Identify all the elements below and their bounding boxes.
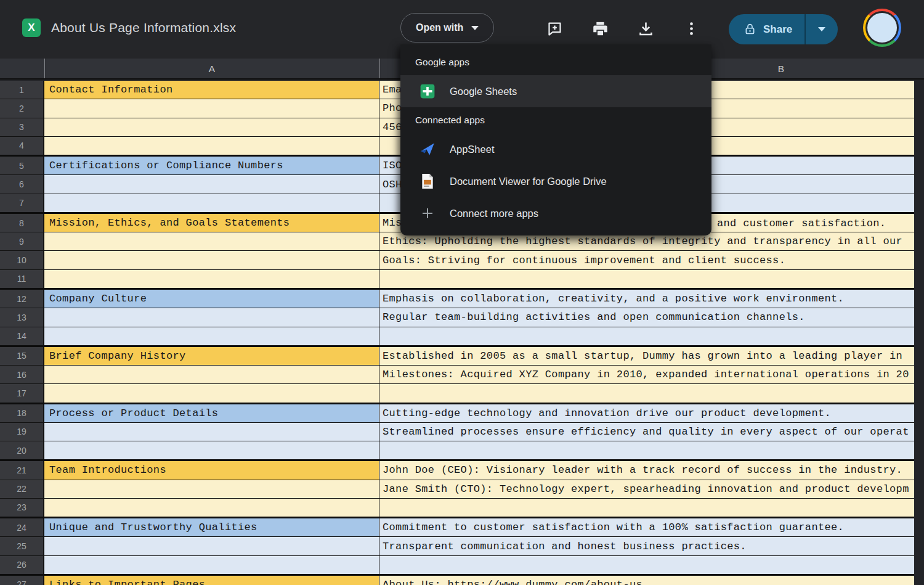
share-button-group: Share [729,14,838,44]
cell-b: Cutting-edge technology and innovation d… [379,404,914,422]
cell-a [44,251,379,269]
cell-a: Mission, Ethics, and Goals Statements [44,214,379,232]
kebab-menu-icon [683,20,700,37]
row-number: 10 [0,251,44,269]
cell-a [44,137,379,155]
cell-b [379,270,914,288]
file-title: About Us Page Information.xlsx [51,20,236,35]
row-number: 18 [0,404,44,422]
table-row: 22Jane Smith (CTO): Technology expert, s… [0,480,914,499]
chevron-down-icon [818,27,825,31]
row-number: 19 [0,423,44,441]
download-button[interactable] [632,12,659,44]
cell-a [44,480,379,498]
more-options-button[interactable] [678,12,705,44]
cell-a [44,499,379,517]
table-row: 24Unique and Trustworthy QualitiesCommit… [0,518,914,537]
row-number: 23 [0,499,44,517]
menu-item-document-viewer[interactable]: Document Viewer for Google Drive [400,165,711,197]
row-number: 6 [0,175,44,193]
document-icon [415,173,440,189]
cell-a: Team Introductions [44,461,379,479]
table-row: 10Goals: Striving for continuous improve… [0,251,914,269]
cell-b: Regular team-building activities and ope… [379,308,914,326]
xlsx-file-icon: X [22,18,41,37]
row-number: 7 [0,194,44,212]
cell-b [379,327,914,345]
table-row: 17 [0,384,914,404]
menu-section-label-google-apps: Google apps [400,49,711,75]
cell-b-fragment: and customer satisfaction. [717,217,886,229]
table-row: 23 [0,499,914,518]
cell-b [379,441,914,459]
menu-item-connect-more-apps[interactable]: Connect more apps [400,197,711,229]
row-number: 17 [0,384,44,402]
appsheet-icon [415,141,440,157]
toolbar [541,12,705,44]
row-number: 15 [0,347,44,365]
row-number: 5 [0,157,44,174]
table-row: 12Company CultureEmphasis on collaborati… [0,290,914,308]
cell-b: Commitment to customer satisfaction with… [379,518,914,536]
cell-a [44,118,379,136]
print-button[interactable] [586,12,614,44]
table-row: 27Links to Important PagesAbout Us: http… [0,576,914,585]
share-button[interactable]: Share [729,14,804,44]
row-number: 4 [0,137,44,155]
column-header-a: A [44,59,379,80]
open-with-label: Open with [416,22,463,33]
download-icon [638,20,654,37]
table-row: 26 [0,556,914,576]
cell-a: Process or Product Details [44,404,379,422]
row-number: 1 [0,81,44,99]
row-number: 11 [0,270,44,288]
cell-a: Certifications or Compliance Numbers [44,157,379,174]
row-number: 22 [0,480,44,498]
cell-b: Milestones: Acquired XYZ Company in 2010… [379,366,914,383]
cell-b: Transparent communication and honest bus… [379,537,914,555]
table-row: 11 [0,270,914,290]
row-number: 14 [0,327,44,345]
row-number: 8 [0,214,44,232]
row-number: 12 [0,290,44,308]
cell-a [44,99,379,117]
share-caret-button[interactable] [806,14,838,44]
row-number: 26 [0,556,44,574]
user-avatar[interactable] [863,9,901,47]
cell-a: Contact Information [44,81,379,99]
cell-a: Unique and Trustworthy Qualities [44,518,379,536]
print-icon [592,20,609,37]
row-number: 16 [0,366,44,383]
row-number: 2 [0,99,44,117]
table-row: 19Streamlined processes ensure efficienc… [0,423,914,441]
row-number: 20 [0,441,44,459]
cell-b: About Us: https://www.dummy.com/about-us [379,576,914,585]
open-with-menu: Google apps Google Sheets Connected apps… [400,44,711,235]
cell-b: Jane Smith (CTO): Technology expert, spe… [379,480,914,498]
table-row: 15Brief Company HistoryEstablished in 20… [0,347,914,366]
cell-a [44,423,379,441]
cell-a: Company Culture [44,290,379,308]
menu-item-google-sheets[interactable]: Google Sheets [400,75,711,107]
cell-a [44,441,379,459]
cell-a: Links to Important Pages [44,576,379,585]
cell-b: Goals: Striving for continuous improveme… [379,251,914,269]
sheets-icon [415,83,440,99]
table-row: 13Regular team-building activities and o… [0,308,914,327]
cell-a [44,194,379,212]
add-comment-button[interactable] [541,12,568,44]
cell-a [44,308,379,326]
comment-add-icon [546,20,563,37]
row-number: 24 [0,518,44,536]
cell-b: Streamlined processes ensure efficiency … [379,423,914,441]
table-row: 18Process or Product DetailsCutting-edge… [0,404,914,423]
table-row: 16Milestones: Acquired XYZ Company in 20… [0,366,914,384]
cell-a [44,270,379,288]
cell-a [44,366,379,383]
cell-b [379,384,914,402]
table-row: 20 [0,441,914,461]
open-with-button[interactable]: Open with [400,13,494,43]
row-number: 25 [0,537,44,555]
cell-a: Brief Company History [44,347,379,365]
menu-item-appsheet[interactable]: AppSheet [400,133,711,165]
